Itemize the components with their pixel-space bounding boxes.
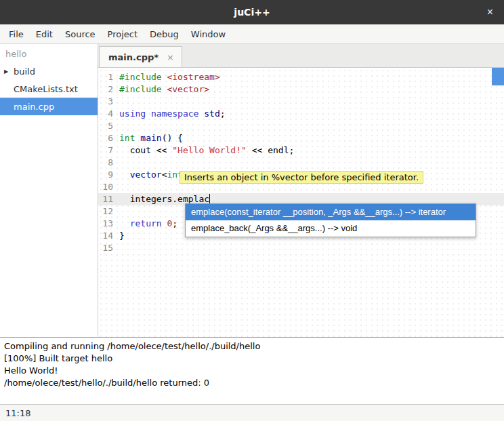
- menu-item-project[interactable]: Project: [102, 26, 144, 43]
- cursor-position: 11:18: [5, 408, 30, 418]
- main-content: hello ▶ build CMakeLists.txt main.cpp ma…: [0, 44, 504, 337]
- code-text: }: [119, 230, 125, 242]
- app-window: juCi++ × File Edit Source Project Debug …: [0, 0, 504, 421]
- code-text: return 0;: [119, 218, 177, 230]
- menu-item-window[interactable]: Window: [185, 26, 232, 43]
- line-number: 9: [98, 169, 119, 181]
- scrollbar-thumb[interactable]: [492, 68, 504, 85]
- file-tree-panel: hello ▶ build CMakeLists.txt main.cpp: [0, 44, 98, 337]
- code-text: int main() {: [119, 132, 183, 144]
- code-line[interactable]: 2#include <vector>: [98, 83, 504, 96]
- completion-popup: emplace(const_iterator __position, _Args…: [185, 203, 476, 237]
- code-editor[interactable]: 1#include <iostream>2#include <vector>34…: [98, 68, 504, 337]
- code-text: #include <iostream>: [119, 71, 220, 83]
- tree-item-label: main.cpp: [14, 102, 54, 112]
- line-number: 1: [98, 71, 119, 83]
- line-number: 8: [98, 157, 119, 169]
- line-number: 2: [98, 83, 119, 96]
- terminal-line: [100%] Built target hello: [4, 353, 500, 365]
- expander-icon[interactable]: ▶: [4, 68, 14, 75]
- code-line[interactable]: 7 cout << "Hello World!" << endl;: [98, 144, 504, 157]
- titlebar: juCi++ ×: [0, 0, 504, 24]
- line-number: 11: [98, 193, 119, 205]
- window-title: juCi++: [234, 7, 270, 18]
- tabbar: main.cpp* ×: [98, 44, 504, 68]
- menu-item-file[interactable]: File: [3, 26, 30, 43]
- code-text: using namespace std;: [119, 108, 226, 120]
- line-number: 5: [98, 120, 119, 132]
- line-number: 12: [98, 205, 119, 218]
- menu-item-debug[interactable]: Debug: [144, 26, 185, 43]
- code-line[interactable]: 8: [98, 157, 504, 169]
- code-text: #include <vector>: [119, 83, 209, 96]
- line-number: 14: [98, 230, 119, 242]
- line-number: 7: [98, 144, 119, 157]
- tree-item-cmakelists[interactable]: CMakeLists.txt: [0, 80, 98, 98]
- text-caret: [209, 194, 210, 203]
- tree-item-maincpp[interactable]: main.cpp: [0, 98, 98, 115]
- line-number: 6: [98, 132, 119, 144]
- code-line[interactable]: 6int main() {: [98, 132, 504, 144]
- editor-pane: main.cpp* × 1#include <iostream>2#includ…: [98, 44, 504, 337]
- menu-item-source[interactable]: Source: [59, 26, 102, 43]
- line-number: 15: [98, 242, 119, 254]
- menu-item-edit[interactable]: Edit: [30, 26, 59, 43]
- completion-item-emplace-back[interactable]: emplace_back(_Args &&__args...) --> void: [186, 220, 476, 237]
- code-line[interactable]: 4using namespace std;: [98, 108, 504, 120]
- menubar: File Edit Source Project Debug Window: [0, 24, 504, 44]
- tree-item-build[interactable]: ▶ build: [0, 62, 98, 80]
- code-line[interactable]: 1#include <iostream>: [98, 71, 504, 83]
- terminal-line: Compiling and running /home/olece/test/h…: [4, 340, 500, 353]
- code-line[interactable]: 15: [98, 242, 504, 254]
- close-icon[interactable]: ×: [487, 7, 493, 18]
- doc-tooltip: Inserts an object in %vector before spec…: [180, 171, 423, 184]
- line-number: 10: [98, 181, 119, 193]
- line-number: 3: [98, 96, 119, 108]
- terminal-output: Compiling and running /home/olece/test/h…: [0, 337, 504, 404]
- code-line[interactable]: 5: [98, 120, 504, 132]
- statusbar: 11:18: [0, 404, 504, 421]
- tab-maincpp[interactable]: main.cpp* ×: [99, 46, 182, 67]
- tab-close-icon[interactable]: ×: [167, 52, 174, 62]
- tree-item-label: CMakeLists.txt: [14, 84, 78, 94]
- tab-label: main.cpp*: [108, 52, 159, 62]
- terminal-line: /home/olece/test/hello/./build/hello ret…: [4, 377, 500, 389]
- project-name: hello: [0, 44, 98, 62]
- terminal-line: Hello World!: [4, 365, 500, 377]
- code-text: cout << "Hello World!" << endl;: [119, 144, 294, 157]
- line-number: 4: [98, 108, 119, 120]
- line-number: 13: [98, 218, 119, 230]
- tree-item-label: build: [14, 66, 35, 77]
- code-line[interactable]: 3: [98, 96, 504, 108]
- completion-item-emplace[interactable]: emplace(const_iterator __position, _Args…: [186, 204, 476, 220]
